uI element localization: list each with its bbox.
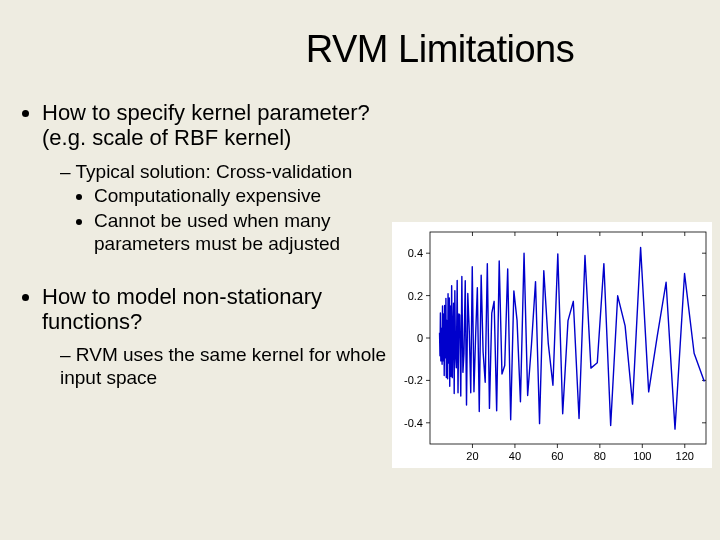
svg-text:100: 100 xyxy=(633,450,651,462)
svg-text:80: 80 xyxy=(594,450,606,462)
bullet-q2: How to model non-stationary functions? R… xyxy=(42,284,400,390)
bullet-q1-line1: How to specify kernel parameter? xyxy=(42,100,370,125)
svg-text:120: 120 xyxy=(676,450,694,462)
svg-text:0.4: 0.4 xyxy=(408,247,423,259)
bullet-q1-line2: (e.g. scale of RBF kernel) xyxy=(42,125,291,150)
svg-text:40: 40 xyxy=(509,450,521,462)
svg-text:0.2: 0.2 xyxy=(408,290,423,302)
subsub-cannot-adjust: Cannot be used when many parameters must… xyxy=(94,210,400,256)
svg-text:20: 20 xyxy=(466,450,478,462)
subbullet-same-kernel: RVM uses the same kernel for whole input… xyxy=(60,344,400,390)
bullet-q1: How to specify kernel parameter? (e.g. s… xyxy=(42,100,400,256)
svg-text:60: 60 xyxy=(551,450,563,462)
svg-text:-0.2: -0.2 xyxy=(404,374,423,386)
slide-title: RVM Limitations xyxy=(0,0,720,71)
svg-text:0: 0 xyxy=(417,332,423,344)
slide-body: How to specify kernel parameter? (e.g. s… xyxy=(20,100,400,418)
subsub-expensive: Computationally expensive xyxy=(94,185,400,208)
chirp-chart: -0.4-0.200.20.420406080100120 xyxy=(392,222,712,468)
subbullet-typical-solution: Typical solution: Cross-validation Compu… xyxy=(60,161,400,256)
svg-text:-0.4: -0.4 xyxy=(404,417,423,429)
